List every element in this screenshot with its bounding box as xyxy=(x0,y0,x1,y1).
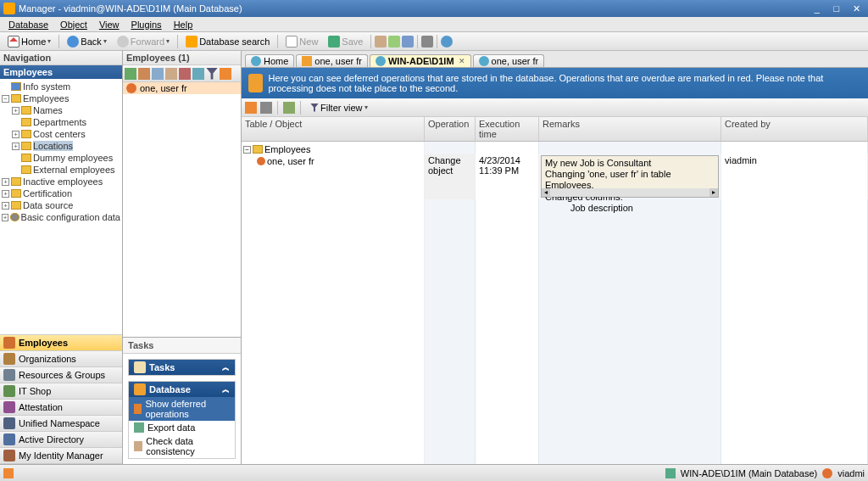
save-button[interactable]: Save xyxy=(324,34,367,49)
col-exectime[interactable]: Execution time xyxy=(476,117,539,141)
cell-createdby: viadmin xyxy=(721,154,868,199)
tree-dummy[interactable]: Dummy employees xyxy=(2,152,120,164)
user-status-icon xyxy=(822,468,832,478)
list-tool-6[interactable] xyxy=(192,68,204,80)
menu-plugins[interactable]: Plugins xyxy=(126,19,167,31)
idm-icon xyxy=(3,450,15,461)
grid-tool-1[interactable] xyxy=(245,102,257,114)
app-icon xyxy=(3,3,15,14)
help-icon[interactable] xyxy=(441,36,453,48)
col-remarks[interactable]: Remarks xyxy=(539,117,721,141)
menu-help[interactable]: Help xyxy=(169,19,198,31)
list-item[interactable]: one, user fr xyxy=(123,82,241,94)
grid-tool-3[interactable] xyxy=(283,102,295,114)
navigation-panel: Navigation Employees Info system −Employ… xyxy=(0,51,123,464)
tree-departments[interactable]: Departments xyxy=(2,116,120,128)
content-tabs: Home one, user fr WIN-ADE\D1IM✕ one, use… xyxy=(242,51,868,68)
close-button[interactable]: ✕ xyxy=(848,3,865,14)
tree-inactive[interactable]: +Inactive employees xyxy=(2,176,120,187)
col-object[interactable]: Table / Object xyxy=(242,117,425,141)
grid-row-user[interactable]: one, user fr xyxy=(243,155,422,167)
grid-group-employees[interactable]: −Employees xyxy=(243,143,422,155)
list-filter-icon[interactable] xyxy=(206,68,218,80)
db-search-button[interactable]: Database search xyxy=(181,34,274,49)
info-icon xyxy=(376,56,386,66)
new-button[interactable]: New xyxy=(281,34,322,49)
menu-database[interactable]: Database xyxy=(3,19,53,31)
tab-home[interactable]: Home xyxy=(245,54,294,67)
resources-icon xyxy=(3,369,15,381)
tree-external[interactable]: External employees xyxy=(2,164,120,176)
list-item-label: one, user fr xyxy=(140,83,187,93)
grid-tool-2[interactable] xyxy=(260,102,272,114)
home-button[interactable]: Home▾ xyxy=(3,34,55,49)
navbtn-unified[interactable]: Unified Namespace xyxy=(0,416,122,432)
back-icon xyxy=(67,36,79,48)
tab-user2[interactable]: one, user fr xyxy=(473,54,545,67)
navbtn-ad[interactable]: Active Directory xyxy=(0,432,122,448)
tree-locations[interactable]: +Locations xyxy=(2,140,120,152)
forward-button[interactable]: Forward▾ xyxy=(113,34,174,49)
list-tool-5[interactable] xyxy=(179,68,191,80)
col-operation[interactable]: Operation xyxy=(425,117,476,141)
list-tool-3[interactable] xyxy=(152,68,164,80)
task-show-deferred[interactable]: Show deferred operations xyxy=(129,397,235,421)
tree-basicconfig[interactable]: +Basic configuration data xyxy=(2,211,120,223)
tasks-title: Tasks xyxy=(123,338,241,354)
list-tool-2[interactable] xyxy=(138,68,150,80)
task-group-tasks-header[interactable]: Tasks︽ xyxy=(129,360,235,375)
tool-icon-1[interactable] xyxy=(375,36,387,48)
grid-tree-column: −Employees one, user fr xyxy=(242,142,425,464)
remarks-scrollbar[interactable]: ◂▸ xyxy=(542,188,718,197)
back-button[interactable]: Back▾ xyxy=(63,34,110,49)
remarks-textbox[interactable]: My new Job is Consultant Changing 'one, … xyxy=(541,155,719,198)
titlebar: Manager - viadmin@WIN-ADE\D1IM (Main Dat… xyxy=(0,0,868,17)
tree-names[interactable]: +Names xyxy=(2,104,120,116)
category-bar: Employees xyxy=(0,65,122,79)
navbtn-idm[interactable]: My Identity Manager xyxy=(0,448,122,464)
task-check[interactable]: Check data consistency xyxy=(129,434,235,458)
tool-icon-3[interactable] xyxy=(402,36,414,48)
unified-icon xyxy=(3,417,15,429)
info-icon xyxy=(251,56,261,66)
filter-button[interactable]: Filter view▾ xyxy=(306,101,372,115)
menubar: Database Object View Plugins Help xyxy=(0,17,868,32)
menu-object[interactable]: Object xyxy=(55,19,92,31)
tree-infosystem[interactable]: Info system xyxy=(2,81,120,92)
tab-user1[interactable]: one, user fr xyxy=(296,54,368,67)
maximize-button[interactable]: □ xyxy=(828,3,845,14)
navbtn-itshop[interactable]: IT Shop xyxy=(0,383,122,400)
task-group-db-header[interactable]: Database︽ xyxy=(129,382,235,397)
navigation-title: Navigation xyxy=(0,51,122,65)
attestation-icon xyxy=(3,401,15,413)
tab-winade[interactable]: WIN-ADE\D1IM✕ xyxy=(370,54,471,67)
menu-view[interactable]: View xyxy=(94,19,125,31)
tree-certification[interactable]: +Certification xyxy=(2,187,120,199)
tree-datasource[interactable]: +Data source xyxy=(2,199,120,211)
info-icon xyxy=(479,56,489,66)
grid-body: −Employees one, user fr Change object 4/… xyxy=(242,142,868,464)
list-tool-8[interactable] xyxy=(220,68,231,80)
tool-icon-2[interactable] xyxy=(388,36,400,48)
tab-close-icon[interactable]: ✕ xyxy=(459,57,465,65)
navbtn-employees[interactable]: Employees xyxy=(0,335,122,351)
navbtn-attestation[interactable]: Attestation xyxy=(0,400,122,416)
tree-employees[interactable]: −Employees xyxy=(2,92,120,104)
window-controls: _ □ ✕ xyxy=(809,3,865,14)
cell-exectime: 4/23/2014 11:39 PM xyxy=(476,154,539,199)
edit-icon xyxy=(302,56,312,66)
status-connection: WIN-ADE\D1IM (Main Database) xyxy=(681,468,817,478)
task-export[interactable]: Export data xyxy=(129,421,235,434)
export-icon xyxy=(134,422,144,433)
print-icon[interactable] xyxy=(421,36,433,48)
list-toolbar xyxy=(123,65,241,82)
minimize-button[interactable]: _ xyxy=(809,3,826,14)
list-panel: Employees (1) one, user fr Tasks Tasks︽ … xyxy=(123,51,242,464)
list-tool-4[interactable] xyxy=(165,68,177,80)
nav-tree: Info system −Employees +Names Department… xyxy=(0,79,122,334)
navbtn-organizations[interactable]: Organizations xyxy=(0,351,122,367)
col-createdby[interactable]: Created by xyxy=(721,117,868,141)
list-tool-1[interactable] xyxy=(125,68,136,80)
tree-costcenters[interactable]: +Cost centers xyxy=(2,128,120,140)
navbtn-resources[interactable]: Resources & Groups xyxy=(0,367,122,383)
